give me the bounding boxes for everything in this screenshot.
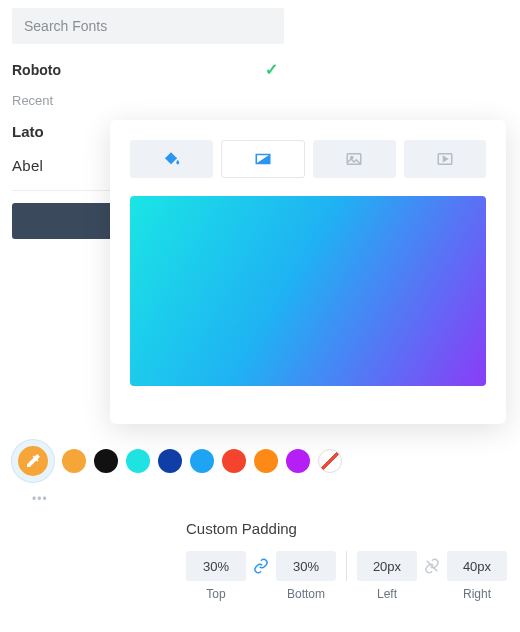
swatch-black[interactable] [94, 449, 118, 473]
padding-bottom-input[interactable] [276, 551, 336, 581]
label-left: Left [357, 587, 417, 601]
gradient-preview[interactable] [130, 196, 486, 386]
divider [346, 551, 347, 581]
color-swatch-row [12, 440, 342, 482]
unlink-horizontal-icon[interactable] [421, 558, 443, 574]
background-tabs [130, 140, 486, 178]
swatch-navy[interactable] [158, 449, 182, 473]
padding-left-input[interactable] [357, 551, 417, 581]
eyedropper-icon [24, 452, 42, 470]
eyedropper-button[interactable] [12, 440, 54, 482]
swatch-blue[interactable] [190, 449, 214, 473]
padding-top-input[interactable] [186, 551, 246, 581]
search-fonts-input[interactable] [12, 8, 284, 44]
label-right: Right [447, 587, 507, 601]
recent-label: Recent [12, 87, 278, 114]
video-icon [436, 150, 454, 168]
more-dots-icon[interactable]: ••• [32, 492, 48, 506]
padding-title: Custom Padding [186, 520, 507, 537]
font-row-selected[interactable]: Roboto ✓ [12, 52, 278, 87]
custom-padding-section: Custom Padding Top Bottom Left Right [186, 520, 507, 601]
tab-image[interactable] [313, 140, 396, 178]
background-popover [110, 120, 506, 424]
image-icon [345, 150, 363, 168]
label-bottom: Bottom [276, 587, 336, 601]
swatch-none[interactable] [318, 449, 342, 473]
swatch-cyan[interactable] [126, 449, 150, 473]
gradient-icon [254, 150, 272, 168]
link-vertical-icon[interactable] [250, 558, 272, 574]
check-icon: ✓ [265, 60, 278, 79]
tab-video[interactable] [404, 140, 487, 178]
tab-fill[interactable] [130, 140, 213, 178]
swatch-magenta[interactable] [286, 449, 310, 473]
paint-bucket-icon [162, 150, 180, 168]
font-name: Lato [12, 123, 44, 140]
font-name: Abel [12, 157, 43, 174]
swatch-amber[interactable] [254, 449, 278, 473]
swatch-orange[interactable] [62, 449, 86, 473]
swatch-red[interactable] [222, 449, 246, 473]
tab-gradient[interactable] [221, 140, 306, 178]
font-name: Roboto [12, 62, 61, 78]
padding-right-input[interactable] [447, 551, 507, 581]
label-top: Top [186, 587, 246, 601]
